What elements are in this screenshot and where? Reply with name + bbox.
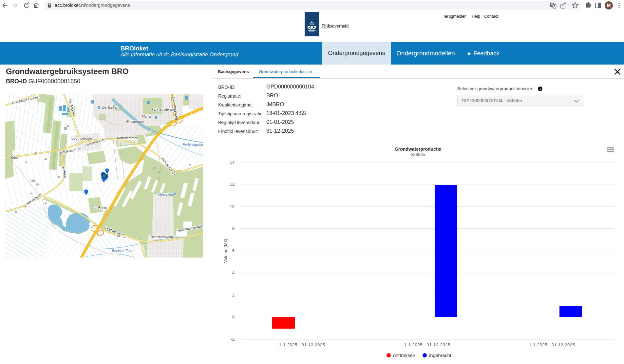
svg-text:Park Suyderwijk: Park Suyderwijk	[151, 108, 176, 111]
svg-text:Morrà: Morrà	[142, 115, 151, 118]
svg-text:De Trisken: De Trisken	[102, 106, 118, 109]
svg-text:Ald Beets: Ald Beets	[92, 206, 107, 210]
svg-text:Kortehemmen: Kortehemmen	[117, 136, 138, 140]
svg-text:Beetster Feart: Beetster Feart	[112, 249, 134, 253]
svg-text:Ferbiningskanaal: Ferbiningskanaal	[183, 143, 203, 146]
svg-text:Beetsterzwaag: Beetsterzwaag	[151, 235, 173, 239]
svg-text:Mearsleat: Mearsleat	[158, 193, 173, 196]
svg-text:Boornbergum: Boornbergum	[71, 137, 92, 140]
svg-text:Krite: Krite	[11, 156, 18, 160]
svg-text:Himsterhout: Himsterhout	[125, 120, 144, 124]
